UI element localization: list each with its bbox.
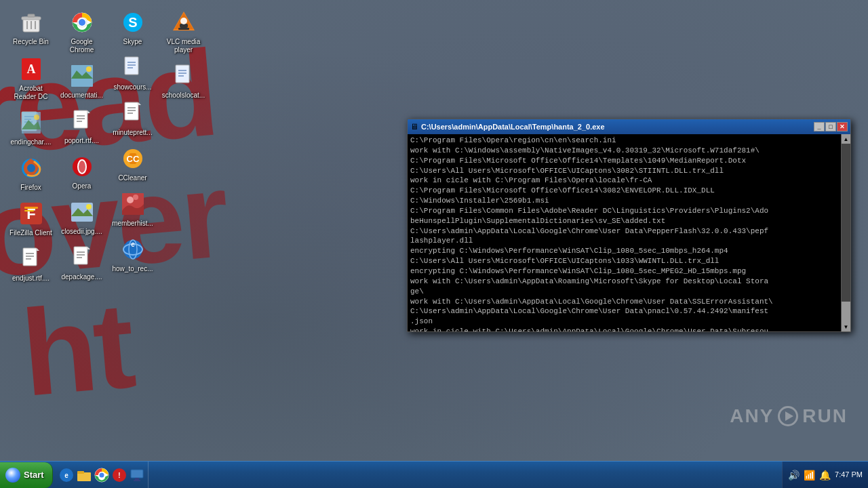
filezilla-icon[interactable]: F FileZilla Client	[5, 197, 56, 241]
poport-icon[interactable]: poport.rtf....	[56, 104, 107, 148]
minuteprett-icon[interactable]: minuteprett...	[107, 96, 158, 140]
tray-notification-icon[interactable]: 🔔	[819, 470, 831, 481]
svg-point-43	[86, 204, 92, 209]
svg-rect-22	[23, 248, 37, 266]
taskbar-monitor-button[interactable]	[129, 467, 145, 483]
scrollbar-up-button[interactable]: ▲	[842, 134, 851, 144]
svg-marker-34	[87, 110, 90, 113]
schoolslocat-icon[interactable]: schoolslocat...	[158, 59, 209, 103]
memberhist-label: memberhist...	[112, 220, 153, 228]
anyrun-suffix: RUN	[802, 405, 848, 427]
svg-marker-45	[87, 247, 90, 249]
chrome-icon[interactable]: Google Chrome	[56, 5, 107, 58]
svg-point-84	[99, 472, 104, 477]
endingchar-image	[18, 109, 45, 136]
svg-rect-74	[176, 65, 189, 83]
svg-rect-89	[134, 480, 140, 481]
svg-text:!: !	[118, 472, 120, 479]
schoolslocat-image	[170, 62, 197, 89]
documentation-image	[68, 62, 96, 89]
ccleaner-icon[interactable]: CC CCleaner	[107, 142, 158, 186]
taskbar-folder-button[interactable]	[76, 467, 92, 483]
anyrun-watermark: ANY RUN	[730, 405, 848, 427]
svg-rect-51	[125, 57, 138, 75]
cmd-titlebar-icon: 🖥	[410, 122, 418, 131]
depackage-image	[68, 244, 96, 271]
opera-icon[interactable]: Opera	[56, 150, 107, 194]
system-tray: 🔊 📶 🔔 7:47 PM	[782, 462, 868, 488]
documentation-icon[interactable]: documentati...	[56, 59, 107, 103]
cmd-content: C:\Program Files\Opera\region\cn\en\sear…	[408, 134, 841, 331]
quick-launch: e !	[56, 462, 149, 488]
svg-rect-20	[24, 207, 38, 209]
vlc-label: VLC media player	[161, 38, 206, 54]
acrobat-icon[interactable]: A Acrobat Reader DC	[5, 52, 56, 104]
cmd-scrollbar[interactable]: ▲ ▼	[841, 134, 850, 331]
svg-rect-33	[74, 110, 87, 128]
tray-volume-icon[interactable]: 🔊	[788, 470, 800, 481]
taskbar-security-button[interactable]: !	[111, 467, 127, 483]
start-button[interactable]: Start	[0, 462, 53, 488]
svg-text:S: S	[128, 15, 137, 30]
svg-point-64	[133, 195, 138, 200]
showcours-label: showcours...	[113, 83, 151, 92]
skype-label: Skype	[123, 38, 142, 46]
recycle-bin-icon[interactable]: Recycle Bin	[5, 5, 56, 49]
svg-point-32	[86, 66, 92, 72]
taskbar-ie-button[interactable]: e	[58, 467, 75, 483]
start-label: Start	[24, 470, 44, 480]
cmd-close-button[interactable]: ✕	[837, 122, 848, 131]
svg-point-29	[79, 19, 85, 26]
ccleaner-label: CCleaner	[118, 174, 146, 182]
endjust-label: endjust.rtf....	[12, 274, 50, 283]
svg-rect-81	[77, 471, 84, 474]
minuteprett-image	[119, 100, 146, 127]
closedii-image	[68, 199, 96, 226]
how-to-rec-icon[interactable]: e how_to_rec...	[107, 232, 158, 277]
showcours-icon[interactable]: showcours...	[107, 51, 158, 95]
cmd-maximize-button[interactable]: □	[825, 122, 836, 131]
depackage-icon[interactable]: depackage....	[56, 241, 107, 285]
firefox-icon[interactable]: Firefox	[5, 151, 56, 195]
firefox-image	[18, 155, 45, 182]
vlc-icon[interactable]: VLC media player	[158, 5, 209, 58]
endjust-image	[18, 245, 45, 272]
firefox-label: Firefox	[20, 184, 41, 192]
closedii-icon[interactable]: closedii.jpg....	[56, 195, 107, 239]
anyrun-play-icon	[778, 406, 798, 426]
cmd-minimize-button[interactable]: _	[814, 122, 825, 131]
svg-text:e: e	[131, 241, 135, 248]
start-orb	[5, 468, 20, 483]
scrollbar-down-button[interactable]: ▼	[842, 322, 851, 331]
opera-image	[68, 153, 96, 180]
tray-time: 7:47 PM	[835, 470, 863, 479]
poport-label: poport.rtf....	[64, 137, 99, 145]
skype-image: S	[119, 9, 146, 36]
svg-text:e: e	[64, 472, 68, 479]
desktop: readover ht Recycle Bin	[0, 0, 868, 461]
svg-rect-87	[131, 470, 143, 478]
scrollbar-thumb[interactable]	[842, 302, 850, 322]
tray-network-icon[interactable]: 📶	[804, 470, 815, 481]
svg-rect-2	[28, 14, 35, 17]
taskbar-chrome-button[interactable]	[94, 467, 110, 483]
memberhist-icon[interactable]: memberhist...	[107, 187, 158, 231]
ccleaner-image: CC	[119, 145, 146, 172]
cmd-title-text: C:\Users\admin\AppData\Local\Temp\hanta_…	[421, 123, 605, 131]
anyrun-text: ANY	[730, 405, 774, 427]
depackage-label: depackage....	[61, 273, 102, 281]
svg-rect-21	[24, 210, 34, 211]
endingchar-label: endingchar....	[10, 138, 51, 146]
cmd-window: 🖥 C:\Users\admin\AppData\Local\Temp\hant…	[407, 119, 851, 332]
svg-rect-88	[135, 478, 139, 480]
skype-icon[interactable]: S Skype	[107, 5, 158, 49]
endjust-icon[interactable]: endjust.rtf....	[5, 242, 56, 286]
recycle-bin-label: Recycle Bin	[13, 38, 49, 46]
chrome-image	[68, 9, 96, 36]
cmd-titlebar-left: 🖥 C:\Users\admin\AppData\Local\Temp\hant…	[410, 122, 605, 131]
filezilla-label: FileZilla Client	[9, 229, 52, 237]
endingchar-icon[interactable]: endingchar....	[5, 106, 56, 150]
svg-rect-72	[178, 28, 189, 30]
cmd-titlebar[interactable]: 🖥 C:\Users\admin\AppData\Local\Temp\hant…	[408, 119, 850, 134]
scrollbar-track[interactable]	[842, 144, 850, 322]
